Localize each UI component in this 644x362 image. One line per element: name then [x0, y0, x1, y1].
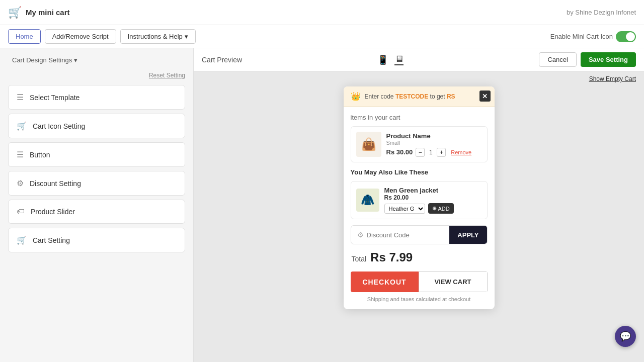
nav-right: Enable Mini Cart Icon [550, 31, 636, 42]
sidebar-item-label: Cart Icon Setting [33, 122, 85, 130]
cart-item-details: Product Name Small Rs 30.00 − 1 + Remove [386, 132, 482, 157]
promo-code: TESTCODE [395, 93, 428, 100]
button-icon: ☰ [17, 150, 24, 159]
cart-item: 👜 Product Name Small Rs 30.00 − 1 + [351, 126, 488, 162]
cart-section-title: items in your cart [351, 114, 488, 121]
sidebar-item-product-slider[interactable]: 🏷 Product Slider [8, 200, 185, 224]
cart-design-settings-button[interactable]: Cart Design Settings ▾ [8, 54, 82, 66]
upsell-item: 🧥 Men Green jacket Rs 20.00 Heather G ⊕ [351, 181, 488, 219]
reset-setting-link[interactable]: Reset Setting [8, 72, 185, 79]
discount-code-input[interactable] [367, 231, 444, 239]
cancel-button[interactable]: Cancel [539, 52, 576, 67]
enable-mini-cart-toggle-wrap: Enable Mini Cart Icon [550, 31, 636, 42]
show-empty-cart-link[interactable]: Show Empty Cart [589, 75, 636, 82]
sidebar-item-select-template[interactable]: ☰ Select Template [8, 85, 185, 110]
sidebar-item-label: Select Template [30, 94, 79, 102]
app-branding: 🛒 My mini cart [8, 6, 70, 19]
view-cart-button[interactable]: VIEW CART [419, 272, 488, 292]
cart-item-image: 👜 [356, 132, 381, 157]
cart-panel: ✕ 👑 Enter code TESTCODE to get RS items … [344, 86, 495, 309]
discount-icon: ⚙ [17, 178, 24, 188]
checkout-button[interactable]: CHECKOUT [351, 272, 419, 292]
upsell-item-name: Men Green jacket [384, 187, 482, 194]
slider-icon: 🏷 [17, 207, 25, 216]
template-icon: ☰ [17, 93, 24, 102]
discount-row: ⚙ APPLY [351, 225, 488, 244]
chat-bubble[interactable]: 💬 [615, 326, 636, 347]
cart-icon-icon: 🛒 [17, 121, 27, 131]
promo-icon: 👑 [351, 92, 361, 101]
sidebar-item-discount[interactable]: ⚙ Discount Setting [8, 171, 185, 196]
plus-icon: ⊕ [432, 205, 437, 212]
quantity-increase-button[interactable]: + [437, 148, 446, 157]
sidebar-item-label: Discount Setting [30, 179, 81, 188]
upsell-item-row: Heather G ⊕ ADD [384, 203, 482, 214]
sidebar-item-cart-setting[interactable]: 🛒 Cart Setting [8, 228, 185, 252]
remove-item-link[interactable]: Remove [451, 149, 471, 155]
quantity-control: − 1 + [416, 148, 446, 157]
apply-discount-button[interactable]: APPLY [449, 226, 487, 244]
shipping-note: Shipping and taxes calculated at checkou… [351, 296, 488, 302]
total-row: Total Rs 7.99 [351, 250, 488, 264]
add-remove-script-button[interactable]: Add/Remove Script [45, 29, 116, 44]
preview-area: Cart Preview 📱 🖥 Cancel Save Setting Sho… [194, 48, 644, 362]
home-button[interactable]: Home [8, 29, 41, 44]
sidebar-item-label: Product Slider [31, 208, 75, 216]
chevron-down-icon: ▾ [74, 56, 77, 64]
cart-item-row: Rs 30.00 − 1 + Remove [386, 148, 482, 157]
discount-input-area: ⚙ [351, 226, 450, 244]
cart-body: items in your cart 👜 Product Name Small … [344, 107, 495, 309]
main-layout: Cart Design Settings ▾ Reset Setting ☰ S… [0, 48, 644, 362]
upsell-add-button[interactable]: ⊕ ADD [428, 203, 454, 214]
enable-mini-cart-toggle[interactable] [616, 31, 636, 42]
action-buttons: CHECKOUT VIEW CART [351, 272, 488, 292]
quantity-decrease-button[interactable]: − [416, 148, 425, 157]
app-icon: 🛒 [8, 6, 22, 19]
preview-header: Cart Preview 📱 🖥 Cancel Save Setting [194, 48, 644, 71]
discount-field-icon: ⚙ [357, 231, 364, 239]
sidebar-item-button[interactable]: ☰ Button [8, 142, 185, 167]
nav-left: Home Add/Remove Script Instructions & He… [8, 29, 196, 44]
promo-suffix: to get [430, 93, 445, 100]
upsell-item-price: Rs 20.00 [384, 194, 482, 201]
save-setting-button[interactable]: Save Setting [581, 52, 636, 67]
sidebar-item-label: Button [30, 151, 50, 159]
cart-item-name: Product Name [386, 132, 482, 140]
sidebar: Cart Design Settings ▾ Reset Setting ☰ S… [0, 48, 194, 362]
upsell-item-details: Men Green jacket Rs 20.00 Heather G ⊕ AD… [384, 187, 482, 214]
app-title: My mini cart [26, 8, 70, 17]
total-amount: Rs 7.99 [370, 250, 413, 264]
app-subtitle: by Shine Dezign Infonet [567, 9, 636, 16]
top-bar: 🛒 My mini cart by Shine Dezign Infonet [0, 0, 644, 25]
instructions-help-button[interactable]: Instructions & Help ▾ [120, 29, 196, 44]
promo-value: RS [447, 93, 455, 100]
sidebar-header: Cart Design Settings ▾ [8, 54, 185, 66]
toggle-label: Enable Mini Cart Icon [550, 33, 613, 40]
promo-prefix: Enter code [365, 93, 394, 100]
preview-content: Show Empty Cart ✕ 👑 Enter code TESTCODE … [194, 71, 644, 362]
upsell-title: You May Also Like These [351, 168, 488, 176]
cart-item-variant: Small [386, 140, 482, 146]
total-label: Total [352, 255, 367, 263]
preview-actions: Cancel Save Setting [539, 52, 636, 67]
upsell-variant-select[interactable]: Heather G [384, 204, 425, 214]
dropdown-arrow-icon: ▾ [185, 33, 188, 40]
sidebar-menu: ☰ Select Template 🛒 Cart Icon Setting ☰ … [8, 85, 185, 252]
desktop-view-icon[interactable]: 🖥 [394, 54, 404, 65]
promo-banner: 👑 Enter code TESTCODE to get RS [344, 86, 495, 107]
quantity-value: 1 [427, 149, 435, 156]
preview-title: Cart Preview [202, 56, 242, 64]
upsell-item-image: 🧥 [356, 189, 379, 212]
sidebar-item-cart-icon[interactable]: 🛒 Cart Icon Setting [8, 114, 185, 138]
promo-text: Enter code TESTCODE to get RS [365, 93, 488, 100]
cart-close-button[interactable]: ✕ [479, 90, 491, 102]
cart-item-price: Rs 30.00 [386, 148, 413, 156]
sidebar-item-label: Cart Setting [33, 236, 70, 244]
cart-setting-icon: 🛒 [17, 235, 27, 245]
mobile-view-icon[interactable]: 📱 [377, 54, 388, 65]
device-icons: 📱 🖥 [377, 54, 404, 65]
nav-bar: Home Add/Remove Script Instructions & He… [0, 25, 644, 48]
